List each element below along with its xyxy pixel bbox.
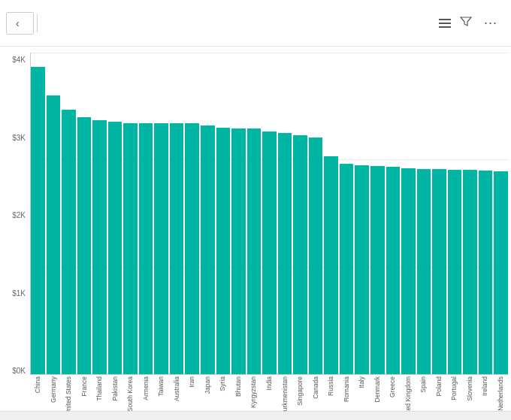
x-axis-label: Taiwan xyxy=(157,376,165,396)
more-options-icon[interactable]: ··· xyxy=(481,12,500,34)
bar-wrapper[interactable] xyxy=(293,53,307,374)
x-axis-label: Poland xyxy=(435,376,443,396)
vertical-divider xyxy=(37,14,38,32)
bar-wrapper[interactable] xyxy=(309,53,323,374)
bar-wrapper[interactable] xyxy=(201,53,215,374)
x-label-wrapper: Australia xyxy=(169,375,185,411)
x-axis-label: Russia xyxy=(327,376,334,396)
bar xyxy=(479,171,493,374)
x-label-wrapper: Portugal xyxy=(446,375,462,411)
y-axis-label: $0K xyxy=(12,367,26,375)
x-label-wrapper: Greece xyxy=(385,375,401,411)
x-axis-label: Armenia xyxy=(142,376,150,400)
bottom-scroll-bar[interactable] xyxy=(0,411,511,420)
filter-icon[interactable] xyxy=(457,13,475,34)
bar-wrapper[interactable] xyxy=(417,53,431,374)
bar xyxy=(309,137,323,374)
x-label-wrapper: Germany xyxy=(46,375,62,411)
chevron-left-icon: ‹ xyxy=(16,17,20,29)
bar xyxy=(324,156,338,374)
x-label-wrapper: Slovenia xyxy=(461,375,477,411)
x-axis-label: Singapore xyxy=(296,376,304,406)
bar-wrapper[interactable] xyxy=(62,53,76,374)
bar-wrapper[interactable] xyxy=(278,53,292,374)
x-label-wrapper: Thailand xyxy=(92,375,107,411)
bar-wrapper[interactable] xyxy=(247,53,262,374)
bar-wrapper[interactable] xyxy=(216,53,231,374)
bar-wrapper[interactable] xyxy=(432,53,446,374)
bar-wrapper[interactable] xyxy=(231,53,246,374)
bar xyxy=(108,122,122,374)
x-axis-label: Syria xyxy=(219,376,226,391)
bar-wrapper[interactable] xyxy=(262,53,277,374)
bar-wrapper[interactable] xyxy=(170,53,184,374)
hamburger-icon[interactable] xyxy=(439,19,451,28)
bar-wrapper[interactable] xyxy=(494,53,508,374)
bar-wrapper[interactable] xyxy=(123,53,138,374)
x-label-wrapper: United States xyxy=(61,375,77,411)
bar xyxy=(494,171,508,374)
bar xyxy=(216,128,231,374)
bar-wrapper[interactable] xyxy=(370,53,385,374)
x-axis-label: Slovenia xyxy=(466,376,473,401)
bar-wrapper[interactable] xyxy=(108,53,122,374)
bar xyxy=(370,166,385,374)
bar-wrapper[interactable] xyxy=(401,53,416,374)
bar-wrapper[interactable] xyxy=(139,53,153,374)
bar-wrapper[interactable] xyxy=(340,53,354,374)
bar-wrapper[interactable] xyxy=(479,53,493,374)
bar-wrapper[interactable] xyxy=(185,53,199,374)
bar xyxy=(201,125,215,374)
bar xyxy=(31,67,45,374)
bar-wrapper[interactable] xyxy=(154,53,168,374)
x-label-wrapper: France xyxy=(77,375,92,411)
bars-area xyxy=(30,53,508,375)
bar xyxy=(247,128,262,374)
y-axis: $4K$3K$2K$1K$0K xyxy=(3,53,30,411)
x-axis-label: Australia xyxy=(173,376,180,401)
back-to-report-button[interactable]: ‹ xyxy=(6,12,34,35)
bar-wrapper[interactable] xyxy=(47,53,61,374)
x-axis: ChinaGermanyUnited StatesFranceThailandP… xyxy=(30,375,508,411)
x-axis-label: Iran xyxy=(188,376,195,388)
x-axis-label: Thailand xyxy=(95,376,103,401)
bar-wrapper[interactable] xyxy=(386,53,401,374)
x-axis-label: India xyxy=(265,376,273,390)
x-axis-label: United States xyxy=(65,376,72,411)
bar xyxy=(77,117,92,374)
bar xyxy=(62,110,76,374)
bar-wrapper[interactable] xyxy=(324,53,338,374)
x-axis-label: Bhutan xyxy=(234,376,242,397)
x-label-wrapper: the Netherlands xyxy=(492,375,508,411)
chart-area: $4K$3K$2K$1K$0K ChinaGermanyUnited State… xyxy=(0,47,511,411)
top-bar: ‹ ··· xyxy=(0,0,511,47)
x-label-wrapper: China xyxy=(30,375,46,411)
x-axis-label: Canada xyxy=(312,376,319,399)
y-axis-label: $3K xyxy=(12,134,26,142)
x-axis-label: Greece xyxy=(389,376,396,397)
bar xyxy=(417,169,431,374)
bar-wrapper[interactable] xyxy=(463,53,477,374)
x-axis-label: Pakistan xyxy=(111,376,119,401)
bar xyxy=(123,123,138,374)
x-label-wrapper: India xyxy=(262,375,277,411)
bar xyxy=(47,95,61,374)
x-label-wrapper: Denmark xyxy=(369,375,385,411)
y-axis-label: $1K xyxy=(12,289,26,298)
x-axis-label: Kyrgyzstan xyxy=(249,376,257,408)
x-axis-label: United Kingdom xyxy=(404,376,412,411)
bar-wrapper[interactable] xyxy=(31,53,45,374)
x-axis-label: China xyxy=(34,376,41,393)
bar xyxy=(293,135,307,374)
bar-wrapper[interactable] xyxy=(92,53,107,374)
bar-wrapper[interactable] xyxy=(355,53,369,374)
bar xyxy=(401,168,416,374)
bar-wrapper[interactable] xyxy=(448,53,462,374)
x-axis-label: Ireland xyxy=(481,376,488,396)
x-label-wrapper: Syria xyxy=(215,375,231,411)
x-label-wrapper: Taiwan xyxy=(153,375,169,411)
bar-wrapper[interactable] xyxy=(77,53,92,374)
chart-inner: ChinaGermanyUnited StatesFranceThailandP… xyxy=(30,53,508,411)
x-axis-label: Spain xyxy=(419,376,427,393)
x-axis-label: France xyxy=(80,376,88,396)
